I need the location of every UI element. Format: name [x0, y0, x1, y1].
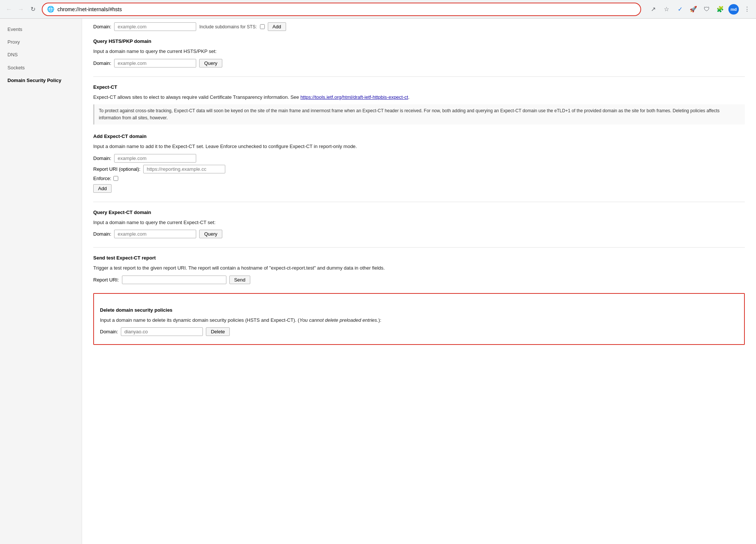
- delete-desc-italic: You cannot delete preloaded entries.: [299, 317, 379, 323]
- delete-domain-label: Domain:: [100, 329, 118, 334]
- sidebar-item-sockets[interactable]: Sockets: [0, 62, 82, 74]
- add-expect-ct-report-uri-row: Report URI (optional):: [93, 165, 745, 173]
- query-hsts-domain-input[interactable]: [114, 59, 196, 67]
- send-test-title: Send test Expect-CT report: [93, 255, 745, 261]
- add-expect-ct-enforce-row: Enforce:: [93, 176, 745, 181]
- divider-2: [93, 202, 745, 202]
- send-test-button[interactable]: Send: [229, 276, 250, 284]
- send-test-section: Send test Expect-CT report Trigger a tes…: [93, 255, 745, 284]
- sidebar-item-dns[interactable]: DNS: [0, 48, 82, 61]
- rocket-icon[interactable]: 🚀: [688, 4, 699, 15]
- top-domain-input[interactable]: [114, 22, 196, 31]
- add-expect-ct-enforce-checkbox[interactable]: [113, 176, 118, 181]
- query-hsts-title: Query HSTS/PKP domain: [93, 38, 745, 44]
- delete-button[interactable]: Delete: [206, 327, 230, 336]
- add-expect-ct-add-button[interactable]: Add: [93, 184, 112, 193]
- delete-section: Delete domain security policies Input a …: [93, 293, 745, 345]
- browser-chrome: ← → ↻ 🌐 ↗ ☆ ✓ 🚀 🛡 🧩 md ⋮: [0, 0, 756, 19]
- expect-ct-note: To protect against cross-site tracking, …: [93, 104, 745, 125]
- add-expect-ct-report-uri-input[interactable]: [143, 165, 225, 173]
- reload-button[interactable]: ↻: [28, 4, 38, 15]
- top-domain-label: Domain:: [93, 24, 111, 29]
- divider-1: [93, 76, 745, 77]
- add-expect-ct-report-uri-label: Report URI (optional):: [93, 166, 140, 172]
- shield-icon[interactable]: 🛡: [702, 4, 712, 15]
- include-subdomains-label: Include subdomains for STS:: [199, 24, 257, 29]
- expect-ct-desc-text: Expect-CT allows sites to elect to alway…: [93, 94, 300, 100]
- send-test-report-uri-input[interactable]: [122, 276, 226, 284]
- delete-domain-row: Domain: Delete: [100, 327, 738, 336]
- send-test-report-uri-row: Report URI: Send: [93, 276, 745, 284]
- address-bar-container: 🌐: [42, 3, 641, 16]
- delete-domain-input[interactable]: [121, 327, 203, 336]
- delete-desc-prefix: Input a domain name to delete its dynami…: [100, 317, 299, 323]
- top-add-button[interactable]: Add: [268, 22, 286, 31]
- profile-avatar[interactable]: md: [728, 4, 739, 15]
- chrome-logo-icon: 🌐: [47, 6, 54, 13]
- delete-section-desc: Input a domain name to delete its dynami…: [100, 317, 738, 324]
- sidebar-item-events[interactable]: Events: [0, 23, 82, 36]
- query-expect-ct-domain-input[interactable]: [114, 230, 196, 238]
- bookmark-icon[interactable]: ☆: [661, 4, 672, 15]
- puzzle-icon[interactable]: 🧩: [715, 4, 725, 15]
- menu-icon[interactable]: ⋮: [742, 4, 752, 15]
- toolbar-icons: ↗ ☆ ✓ 🚀 🛡 🧩 md ⋮: [648, 4, 752, 15]
- main-layout: Events Proxy DNS Sockets Domain Security…: [0, 19, 756, 544]
- add-expect-ct-domain-input[interactable]: [114, 154, 196, 163]
- sidebar-item-proxy[interactable]: Proxy: [0, 36, 82, 48]
- query-hsts-domain-row: Domain: Query: [93, 59, 745, 67]
- delete-desc-suffix: ):: [378, 317, 381, 323]
- expect-ct-desc: Expect-CT allows sites to elect to alway…: [93, 94, 745, 101]
- expect-ct-section: Expect-CT Expect-CT allows sites to elec…: [93, 84, 745, 125]
- query-expect-ct-button[interactable]: Query: [199, 230, 222, 238]
- add-expect-ct-title: Add Expect-CT domain: [93, 133, 745, 139]
- expect-ct-title: Expect-CT: [93, 84, 745, 90]
- add-expect-ct-domain-label: Domain:: [93, 155, 111, 161]
- sidebar: Events Proxy DNS Sockets Domain Security…: [0, 19, 82, 544]
- query-hsts-domain-label: Domain:: [93, 60, 111, 66]
- top-domain-row: Domain: Include subdomains for STS: Add: [93, 22, 745, 31]
- share-icon[interactable]: ↗: [648, 4, 658, 15]
- nav-buttons: ← → ↻: [4, 4, 38, 15]
- sidebar-item-domain-security-policy[interactable]: Domain Security Policy: [0, 74, 82, 87]
- divider-3: [93, 247, 745, 248]
- query-expect-ct-domain-row: Domain: Query: [93, 230, 745, 238]
- delete-section-title: Delete domain security policies: [100, 307, 738, 313]
- query-expect-ct-desc: Input a domain name to query the current…: [93, 219, 745, 226]
- query-hsts-desc: Input a domain name to query the current…: [93, 48, 745, 55]
- send-test-report-uri-label: Report URI:: [93, 277, 119, 283]
- add-expect-ct-add-row: Add: [93, 184, 745, 193]
- back-button[interactable]: ←: [4, 4, 14, 15]
- add-expect-ct-enforce-label: Enforce:: [93, 176, 111, 181]
- add-expect-ct-section: Add Expect-CT domain Input a domain name…: [93, 133, 745, 193]
- content-area: Domain: Include subdomains for STS: Add …: [82, 19, 756, 544]
- query-expect-ct-domain-label: Domain:: [93, 231, 111, 237]
- forward-button[interactable]: →: [16, 4, 26, 15]
- address-bar-input[interactable]: [57, 6, 636, 12]
- query-hsts-button[interactable]: Query: [199, 59, 222, 67]
- query-expect-ct-title: Query Expect-CT domain: [93, 210, 745, 215]
- add-expect-ct-domain-row: Domain:: [93, 154, 745, 163]
- expect-ct-link[interactable]: https://tools.ietf.org/html/draft-ietf-h…: [300, 94, 408, 100]
- send-test-desc: Trigger a test report to the given repor…: [93, 264, 745, 272]
- extensions-icon[interactable]: ✓: [675, 4, 685, 15]
- top-partial-section: Domain: Include subdomains for STS: Add: [93, 19, 745, 31]
- add-expect-ct-desc: Input a domain name to add it to the Exp…: [93, 143, 745, 150]
- include-subdomains-checkbox[interactable]: [260, 24, 265, 29]
- query-expect-ct-section: Query Expect-CT domain Input a domain na…: [93, 210, 745, 239]
- query-hsts-section: Query HSTS/PKP domain Input a domain nam…: [93, 38, 745, 67]
